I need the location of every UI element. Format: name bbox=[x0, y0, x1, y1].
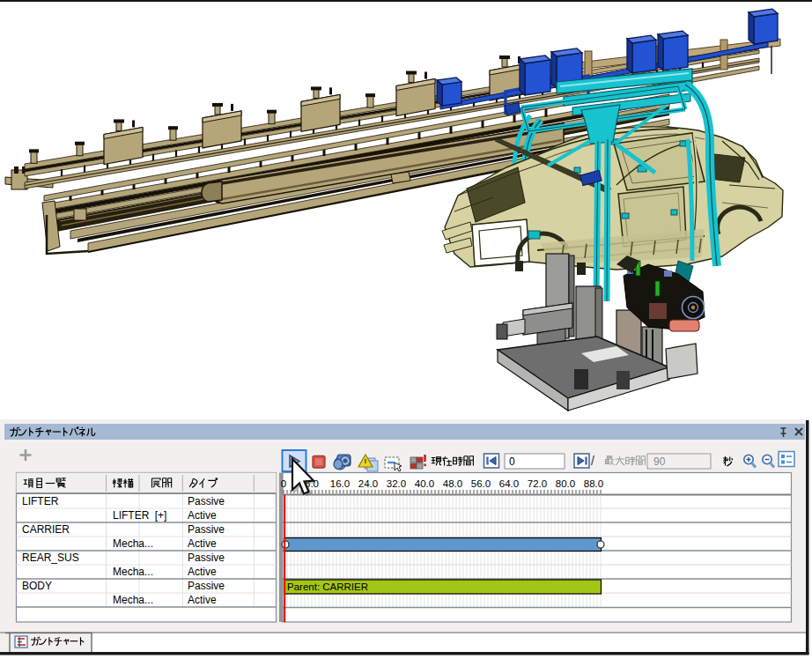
svg-text:0: 0 bbox=[281, 478, 286, 489]
svg-text:Passive: Passive bbox=[188, 495, 225, 507]
svg-text:48.0: 48.0 bbox=[443, 478, 462, 489]
svg-text:90: 90 bbox=[653, 455, 666, 468]
svg-text:BODY: BODY bbox=[22, 580, 52, 592]
svg-text:Active: Active bbox=[188, 537, 217, 550]
svg-text:Passive: Passive bbox=[188, 552, 225, 564]
svg-text:56.0: 56.0 bbox=[471, 478, 491, 489]
svg-text:Passive: Passive bbox=[188, 523, 225, 536]
svg-text:Parent: CARRIER: Parent: CARRIER bbox=[287, 581, 368, 592]
svg-text:CARRIER: CARRIER bbox=[22, 523, 70, 536]
svg-text:Active: Active bbox=[188, 509, 217, 522]
svg-text:80.0: 80.0 bbox=[556, 478, 575, 489]
svg-text:88.0: 88.0 bbox=[584, 478, 603, 489]
svg-text:Mecha...: Mecha... bbox=[113, 537, 153, 550]
svg-text:64.0: 64.0 bbox=[499, 478, 519, 489]
svg-text:LIFTER: LIFTER bbox=[22, 495, 59, 507]
svg-text:LIFTER: LIFTER bbox=[113, 509, 150, 522]
svg-text:0: 0 bbox=[509, 455, 515, 468]
svg-text:24.0: 24.0 bbox=[358, 478, 378, 489]
svg-text:REAR_SUS: REAR_SUS bbox=[22, 552, 79, 564]
svg-text:Active: Active bbox=[188, 594, 217, 606]
svg-text:32.0: 32.0 bbox=[387, 478, 406, 489]
svg-text:Mecha...: Mecha... bbox=[113, 566, 153, 578]
svg-text:Active: Active bbox=[188, 566, 217, 578]
svg-text:Mecha...: Mecha... bbox=[113, 594, 153, 606]
svg-text:16.0: 16.0 bbox=[330, 478, 350, 489]
svg-text:/: / bbox=[591, 454, 594, 468]
svg-text:Passive: Passive bbox=[188, 580, 225, 592]
svg-text:[+]: [+] bbox=[155, 509, 167, 522]
svg-text:40.0: 40.0 bbox=[415, 478, 434, 489]
svg-text:72.0: 72.0 bbox=[528, 478, 547, 489]
